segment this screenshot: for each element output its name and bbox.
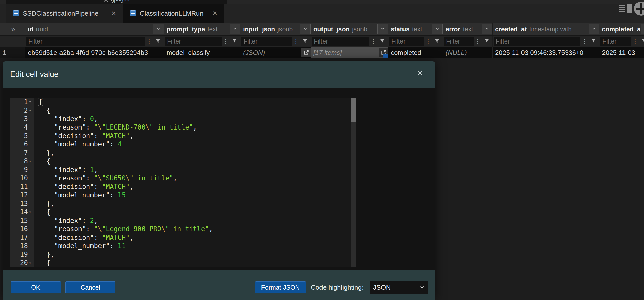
code-line: "index": 1, [38,165,351,174]
filter-input[interactable]: Filter [26,37,145,46]
cell-status[interactable]: completed [388,47,443,58]
column-header-prompt_type[interactable]: prompt_typetext [164,23,240,35]
kebab-menu-icon[interactable]: ⋮ [424,38,432,45]
filter-funnel-icon[interactable] [300,39,310,43]
code-line: [ [38,98,351,106]
filter-funnel-icon[interactable] [589,39,598,43]
column-header-status[interactable]: statustext [388,23,443,35]
cell-input_json[interactable]: (JSON) [240,47,311,58]
column-type: jsonb [277,26,293,33]
code-line: "model_number": 4 [38,140,351,149]
row-number[interactable]: 1 [0,47,25,58]
fold-arrow-icon[interactable]: ▾ [28,108,34,113]
filter-funnel-icon[interactable] [482,39,491,43]
column-header-completed_a[interactable]: completed_a [599,23,644,35]
fold-arrow-icon[interactable]: ▾ [28,159,34,164]
column-menu-button[interactable] [153,24,164,34]
column-header-id[interactable]: iduuid [25,23,164,35]
result-grid: » iduuidprompt_typetextinput_jsonjsonbou… [0,23,644,58]
kebab-menu-icon[interactable]: ⋮ [580,38,589,45]
filter-funnel-icon[interactable] [432,39,442,43]
filter-funnel-icon[interactable] [230,39,239,43]
console-tab-gpugrid[interactable]: gpugrid ✕ [6,0,227,4]
expand-columns-icon[interactable]: » [11,25,15,33]
open-value-editor-icon[interactable] [301,48,311,57]
gutter-line: 9 [10,165,34,174]
cell-created_at[interactable]: 2025-11-03 09:46:33.75336+0 [493,47,599,58]
cell-value: model_classify [167,49,210,57]
chevron-down-icon [591,27,596,31]
column-menu-button[interactable] [589,24,599,34]
line-number: 14 [10,208,28,216]
editor-scrollbar[interactable] [351,98,356,267]
column-menu-button[interactable] [641,24,644,34]
cell-value: completed [391,49,421,57]
code-highlighting-select[interactable]: JSON [370,281,428,294]
fold-arrow-icon[interactable]: ▾ [28,210,34,215]
layout-panel-icon[interactable] [619,4,632,14]
filter-input[interactable]: Filter [312,37,369,46]
column-header-output_json[interactable]: output_jsonjsonb [311,23,388,35]
kebab-menu-icon[interactable]: ⋮ [222,38,230,45]
ok-button[interactable]: OK [11,281,61,293]
column-menu-button[interactable] [230,24,240,34]
filter-input[interactable]: Filter [389,37,424,46]
console-tab-close-icon[interactable]: ✕ [215,0,220,1]
cell-completed_a[interactable]: 2025-11-03 [599,47,644,58]
column-menu-button[interactable] [482,24,492,34]
tab-close-icon[interactable]: ✕ [111,10,116,17]
kebab-menu-icon[interactable]: ⋮ [292,38,300,45]
filter-funnel-icon[interactable] [639,39,644,43]
cell-id[interactable]: eb59d51e-a2ba-4f6d-970c-b6e355294b3 [25,47,164,58]
add-circle-icon[interactable] [634,2,644,16]
fold-arrow-icon[interactable]: ▾ [28,261,34,265]
cell-output_json[interactable]: [17 items] [311,47,388,58]
json-editor[interactable]: 1▾2▾345678▾91011121314▾151617181920▾ [ {… [10,98,356,267]
grid-corner-cell[interactable]: » [0,23,25,35]
code-line: { [38,208,351,217]
tab-close-icon[interactable]: ✕ [212,10,217,17]
column-menu-button[interactable] [300,24,311,34]
tab-label: ClassificationLLMRun [140,10,203,17]
kebab-menu-icon[interactable]: ⋮ [369,38,377,45]
column-header-input_json[interactable]: input_jsonjsonb [240,23,311,35]
editor-code-area[interactable]: [ { "index": 0, "reason": "\"LEGEND-700\… [34,98,351,267]
scrollbar-thumb[interactable] [351,98,356,122]
tab-classificationllmrun[interactable]: ClassificationLLMRun ✕ [123,4,224,23]
kebab-menu-icon[interactable]: ⋮ [631,38,639,45]
filter-input[interactable]: Filter [242,37,292,46]
column-menu-button[interactable] [432,24,443,34]
kebab-menu-icon[interactable]: ⋮ [145,38,153,45]
column-header-error[interactable]: errortext [443,23,493,35]
console-tab-strip: gpugrid ✕ [0,0,644,4]
cell-error[interactable]: (NULL) [443,47,493,58]
kebab-menu-icon[interactable]: ⋮ [474,38,482,45]
filter-input[interactable]: Filter [600,37,631,46]
code-line: "reason": "\"SU650\" in title", [38,174,351,183]
format-json-button[interactable]: Format JSON [255,281,306,293]
filter-cell-prompt_type: Filter⋮ [164,36,240,47]
filter-input[interactable]: Filter [494,37,580,46]
line-number: 12 [10,191,28,199]
filter-funnel-icon[interactable] [153,39,163,43]
dialog-close-icon[interactable]: ✕ [417,69,423,77]
line-number: 5 [10,132,28,140]
cell-prompt_type[interactable]: model_classify [164,47,240,58]
fold-arrow-icon[interactable]: ▾ [28,99,34,104]
filter-input[interactable]: Filter [444,37,474,46]
line-number: 17 [10,234,28,241]
filter-placeholder: Filter [244,38,258,45]
gutter-line: 13 [10,199,34,208]
chevron-down-icon [485,27,490,31]
column-type: text [412,26,422,33]
cancel-button[interactable]: Cancel [65,281,115,293]
gutter-line: 14▾ [10,208,34,217]
column-menu-button[interactable] [377,24,388,34]
filter-funnel-icon[interactable] [377,39,387,43]
edit-cell-dialog: Edit cell value ✕ 1▾2▾345678▾91011121314… [3,61,435,300]
tab-ssdclassificationpipeline[interactable]: SSDClassificationPipeline ✕ [6,4,123,23]
column-header-created_at[interactable]: created_attimestamp with [493,23,599,35]
filter-input[interactable]: Filter [165,37,222,46]
line-number: 16 [10,225,28,233]
filter-placeholder: Filter [391,38,406,45]
